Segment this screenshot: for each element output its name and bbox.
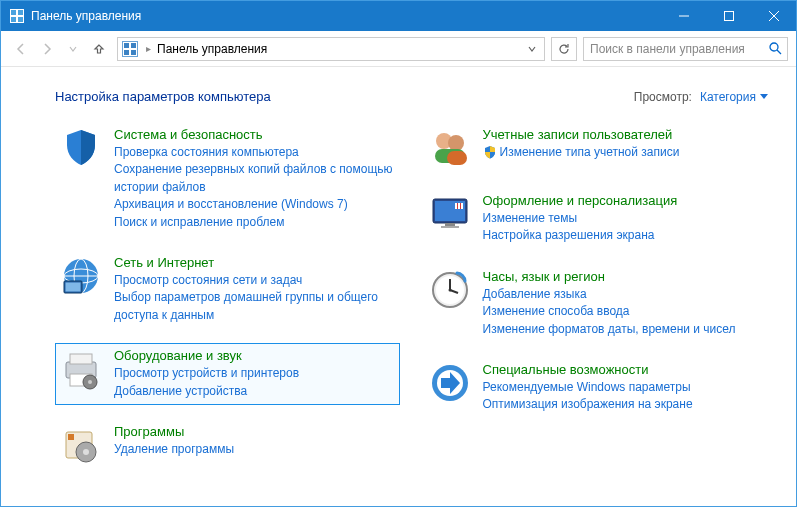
chevron-down-icon xyxy=(760,94,768,100)
category-network: Сеть и Интернет Просмотр состояния сети … xyxy=(55,250,400,329)
category-title[interactable]: Оборудование и звук xyxy=(114,348,395,363)
viewby-selector[interactable]: Категория xyxy=(700,90,768,104)
category-access: Специальные возможности Рекомендуемые Wi… xyxy=(424,357,769,419)
category-system: Система и безопасность Проверка состояни… xyxy=(55,122,400,236)
minimize-button[interactable] xyxy=(661,1,706,31)
category-link[interactable]: Настройка разрешения экрана xyxy=(483,227,764,244)
back-button[interactable] xyxy=(9,37,33,61)
category-link[interactable]: Изменение способа ввода xyxy=(483,303,764,320)
svg-rect-6 xyxy=(724,12,733,21)
category-title[interactable]: Часы, язык и регион xyxy=(483,269,764,284)
category-link[interactable]: Добавление устройства xyxy=(114,383,395,400)
svg-point-14 xyxy=(770,43,778,51)
category-link[interactable]: Оптимизация изображения на экране xyxy=(483,396,764,413)
search-box[interactable] xyxy=(583,37,788,61)
users-icon xyxy=(429,127,471,169)
viewby-value: Категория xyxy=(700,90,756,104)
category-link[interactable]: Проверка состояния компьютера xyxy=(114,144,395,161)
category-title[interactable]: Специальные возможности xyxy=(483,362,764,377)
category-link[interactable]: Изменение форматов даты, времени и чисел xyxy=(483,321,764,338)
svg-rect-10 xyxy=(124,43,129,48)
refresh-button[interactable] xyxy=(551,37,577,61)
category-programs: Программы Удаление программы xyxy=(55,419,400,471)
category-title[interactable]: Программы xyxy=(114,424,395,439)
category-grid: Система и безопасность Проверка состояни… xyxy=(55,122,768,471)
search-icon[interactable] xyxy=(763,42,787,55)
category-accounts: Учетные записи пользователей Изменение т… xyxy=(424,122,769,174)
svg-point-32 xyxy=(448,135,464,151)
maximize-button[interactable] xyxy=(706,1,751,31)
svg-rect-38 xyxy=(455,203,457,209)
svg-point-29 xyxy=(83,449,89,455)
svg-rect-2 xyxy=(18,10,23,15)
category-title[interactable]: Учетные записи пользователей xyxy=(483,127,764,142)
category-link[interactable]: Выбор параметров домашней группы и общег… xyxy=(114,289,395,324)
svg-point-26 xyxy=(88,380,92,384)
category-link[interactable]: Удаление программы xyxy=(114,441,395,458)
svg-rect-39 xyxy=(458,203,460,209)
svg-rect-13 xyxy=(131,50,136,55)
navbar: ▸ Панель управления xyxy=(1,31,796,67)
recent-dropdown[interactable] xyxy=(61,37,85,61)
printer-icon xyxy=(60,348,102,390)
forward-button[interactable] xyxy=(35,37,59,61)
svg-rect-11 xyxy=(131,43,136,48)
category-title[interactable]: Система и безопасность xyxy=(114,127,395,142)
category-hardware: Оборудование и звук Просмотр устройств и… xyxy=(55,343,400,405)
category-link[interactable]: Изменение темы xyxy=(483,210,764,227)
svg-rect-40 xyxy=(461,203,463,209)
clock-icon xyxy=(429,269,471,311)
content-header: Настройка параметров компьютера Просмотр… xyxy=(55,89,768,104)
page-title: Настройка параметров компьютера xyxy=(55,89,634,104)
shield-icon xyxy=(60,127,102,169)
category-title[interactable]: Оформление и персонализация xyxy=(483,193,764,208)
svg-rect-30 xyxy=(68,434,74,440)
category-link[interactable]: Просмотр состояния сети и задач xyxy=(114,272,395,289)
viewby-label: Просмотр: xyxy=(634,90,692,104)
svg-rect-12 xyxy=(124,50,129,55)
category-link[interactable]: Рекомендуемые Windows параметры xyxy=(483,379,764,396)
address-dropdown[interactable] xyxy=(522,42,542,56)
category-clock: Часы, язык и регион Добавление языка Изм… xyxy=(424,264,769,343)
chevron-right-icon: ▸ xyxy=(142,43,155,54)
category-link[interactable]: Изменение типа учетной записи xyxy=(483,144,764,161)
column-right: Учетные записи пользователей Изменение т… xyxy=(424,122,769,471)
address-bar[interactable]: ▸ Панель управления xyxy=(117,37,545,61)
uac-shield-icon xyxy=(483,145,497,159)
svg-line-15 xyxy=(777,50,781,54)
category-link[interactable]: Добавление языка xyxy=(483,286,764,303)
svg-rect-3 xyxy=(11,17,16,22)
svg-rect-42 xyxy=(441,226,459,228)
category-link[interactable]: Поиск и исправление проблем xyxy=(114,214,395,231)
category-link[interactable]: Сохранение резервных копий файлов с помо… xyxy=(114,161,395,196)
category-appearance: Оформление и персонализация Изменение те… xyxy=(424,188,769,250)
svg-rect-34 xyxy=(447,151,467,165)
network-icon xyxy=(60,255,102,297)
svg-rect-23 xyxy=(70,354,92,364)
svg-point-47 xyxy=(448,288,451,291)
control-panel-icon xyxy=(122,41,138,57)
content-area: Настройка параметров компьютера Просмотр… xyxy=(1,67,796,481)
accessibility-icon xyxy=(429,362,471,404)
search-input[interactable] xyxy=(584,42,763,56)
up-button[interactable] xyxy=(87,37,111,61)
titlebar: Панель управления xyxy=(1,1,796,31)
svg-rect-21 xyxy=(66,282,81,291)
category-link[interactable]: Архивация и восстановление (Windows 7) xyxy=(114,196,395,213)
svg-rect-41 xyxy=(445,223,455,226)
control-panel-icon xyxy=(9,8,25,24)
monitor-icon xyxy=(429,193,471,235)
svg-rect-4 xyxy=(18,17,23,22)
svg-rect-1 xyxy=(11,10,16,15)
category-title[interactable]: Сеть и Интернет xyxy=(114,255,395,270)
column-left: Система и безопасность Проверка состояни… xyxy=(55,122,400,471)
breadcrumb-root[interactable]: Панель управления xyxy=(155,40,269,58)
category-link-text: Изменение типа учетной записи xyxy=(500,145,680,159)
programs-icon xyxy=(60,424,102,466)
close-button[interactable] xyxy=(751,1,796,31)
window-title: Панель управления xyxy=(31,9,661,23)
category-link[interactable]: Просмотр устройств и принтеров xyxy=(114,365,395,382)
